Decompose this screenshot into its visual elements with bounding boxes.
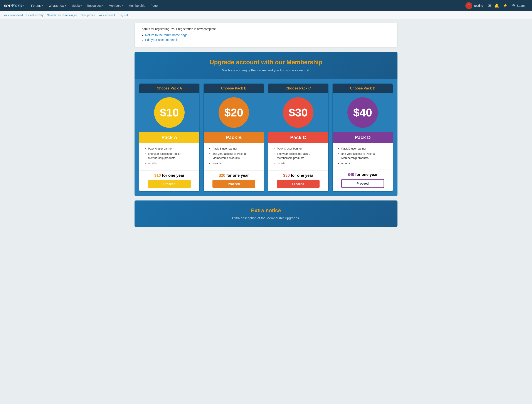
list-item: one year access to Pack A Membership pro… — [148, 152, 195, 160]
membership-header: Upgrade account with our Membership We h… — [134, 52, 398, 79]
packs-wrapper: Choose Pack A $10 Pack A Pack A user ban… — [134, 79, 398, 196]
pack-b-circle: $20 — [219, 97, 249, 128]
nav-whats-new[interactable]: What's new ▾ — [46, 2, 68, 9]
list-item: Edit your account details — [145, 38, 392, 42]
pack-d-circle: $40 — [347, 97, 378, 128]
pack-b-header: Choose Pack B — [204, 84, 264, 93]
nav-media[interactable]: Media ▾ — [69, 2, 84, 9]
logo-foro: Foro — [12, 3, 22, 8]
chevron-down-icon: ▾ — [122, 5, 123, 7]
registration-notice: Thanks for registering. Your registratio… — [134, 23, 398, 47]
list-item: Pack D user banner — [341, 146, 388, 151]
notifications-icon[interactable]: 🔔 — [494, 2, 500, 9]
pack-d-circle-area: $40 — [333, 93, 393, 132]
pack-d-footer: $40 for one year Proceed — [333, 170, 393, 191]
list-item: no ads — [341, 161, 388, 165]
nav-page[interactable]: Page — [148, 2, 160, 9]
sub-nav-logout[interactable]: Log out — [118, 13, 128, 17]
pack-b-proceed-button[interactable]: Proceed — [212, 180, 255, 188]
list-item: no ads — [277, 161, 324, 165]
search-icon: 🔍 — [512, 4, 516, 7]
membership-title: Upgrade account with our Membership — [140, 59, 392, 66]
pack-a-price: $10 for one year — [143, 173, 196, 178]
list-item: Pack B user banner — [212, 146, 260, 151]
pack-b-name: Pack B — [204, 132, 264, 143]
notice-links-list: Return to the forum home page Edit your … — [140, 33, 392, 42]
logo-xen: xen — [3, 3, 12, 8]
nav-members-link[interactable]: Members ▾ — [107, 2, 125, 9]
extra-notice-title: Extra notice — [140, 208, 392, 214]
nav-page-link[interactable]: Page — [148, 2, 160, 9]
pack-card-b: Choose Pack B $20 Pack B Pack B user ban… — [203, 83, 264, 192]
pack-b-price: $20 for one year — [207, 173, 260, 178]
membership-subtitle: We hope you enjoy the forums and you fin… — [140, 68, 392, 72]
list-item: one year access to Pack C Membership pro… — [277, 152, 324, 160]
nav-resources-link[interactable]: Resources ▾ — [85, 2, 106, 9]
pack-c-price: $30 for one year — [272, 173, 325, 178]
pack-a-name: Pack A — [139, 132, 199, 143]
chevron-down-icon: ▾ — [65, 5, 66, 7]
pack-d-price: $40 for one year — [336, 172, 389, 177]
nav-membership[interactable]: Membership — [127, 2, 148, 9]
sub-nav-latest-activity[interactable]: Latest activity — [26, 13, 44, 17]
nav-members[interactable]: Members ▾ — [107, 2, 125, 9]
messages-icon[interactable]: ✉ — [487, 2, 492, 9]
pack-d-name: Pack D — [333, 132, 393, 143]
bolt-icon[interactable]: ⚡ — [502, 2, 508, 9]
pack-b-circle-area: $20 — [204, 93, 264, 132]
pack-c-footer: $30 for one year Proceed — [268, 170, 328, 191]
pack-c-name: Pack C — [268, 132, 328, 143]
pack-a-circle: $10 — [154, 97, 185, 128]
sub-nav-search-messages[interactable]: Search direct messages — [47, 13, 77, 17]
main-menu: Forums ▾ What's new ▾ Media ▾ Resources … — [29, 2, 466, 9]
nav-media-link[interactable]: Media ▾ — [69, 2, 84, 9]
edit-account-link[interactable]: Edit your account details — [145, 38, 178, 42]
list-item: Pack A user banner — [148, 146, 195, 151]
logo-tm: ™ — [22, 5, 25, 7]
nav-whats-new-link[interactable]: What's new ▾ — [46, 2, 68, 9]
pack-card-d: Choose Pack D $40 Pack D Pack D user ban… — [332, 83, 393, 192]
pack-c-proceed-button[interactable]: Proceed — [277, 180, 319, 188]
pack-c-circle-area: $30 — [268, 93, 328, 132]
nav-resources[interactable]: Resources ▾ — [85, 2, 106, 9]
list-item: one year access to Pack D Membership pro… — [341, 152, 388, 160]
pack-c-features: Pack C user banner one year access to Pa… — [268, 143, 328, 170]
chevron-down-icon: ▾ — [42, 5, 43, 7]
nav-forums-link[interactable]: Forums ▾ — [29, 2, 45, 9]
sub-nav-account[interactable]: Your account — [99, 13, 115, 17]
sub-navigation: Your news feed Latest activity Search di… — [0, 11, 532, 19]
pack-c-header: Choose Pack C — [268, 84, 328, 93]
return-home-link[interactable]: Return to the forum home page — [145, 33, 188, 37]
chevron-down-icon: ▾ — [81, 5, 82, 7]
pack-d-proceed-button[interactable]: Proceed — [341, 179, 384, 188]
pack-d-header: Choose Pack D — [333, 84, 393, 93]
extra-notice-description: Extra description of the Membership upgr… — [140, 216, 392, 220]
pack-d-features: Pack D user banner one year access to Pa… — [333, 143, 393, 170]
membership-section: Upgrade account with our Membership We h… — [134, 52, 398, 196]
list-item: no ads — [148, 161, 195, 165]
list-item: Return to the forum home page — [145, 33, 392, 37]
main-content: Thanks for registering. Your registratio… — [131, 19, 401, 230]
top-navigation: xenForo™ Forums ▾ What's new ▾ Media ▾ R… — [0, 0, 532, 11]
notice-message: Thanks for registering. Your registratio… — [140, 27, 392, 31]
pack-card-c: Choose Pack C $30 Pack C Pack C user ban… — [268, 83, 329, 192]
avatar[interactable]: T — [465, 2, 472, 9]
nav-membership-link[interactable]: Membership — [127, 2, 148, 9]
pack-c-circle: $30 — [283, 97, 313, 128]
sub-nav-profile[interactable]: Your profile — [81, 13, 95, 17]
pack-a-features: Pack A user banner one year access to Pa… — [139, 143, 199, 170]
username-label[interactable]: testing — [474, 4, 483, 7]
list-item: no ads — [212, 161, 260, 165]
list-item: one year access to Pack B Membership pro… — [212, 152, 260, 160]
chevron-down-icon: ▾ — [102, 5, 103, 7]
nav-forums[interactable]: Forums ▾ — [29, 2, 45, 9]
list-item: Pack C user banner — [277, 146, 324, 151]
pack-b-features: Pack B user banner one year access to Pa… — [204, 143, 264, 170]
site-logo[interactable]: xenForo™ — [3, 3, 25, 8]
pack-a-header: Choose Pack A — [139, 84, 199, 93]
search-button[interactable]: 🔍 Search — [510, 3, 529, 9]
pack-b-footer: $20 for one year Proceed — [204, 170, 264, 191]
pack-a-circle-area: $10 — [139, 93, 199, 132]
pack-a-proceed-button[interactable]: Proceed — [148, 180, 190, 188]
sub-nav-news-feed[interactable]: Your news feed — [3, 13, 23, 17]
